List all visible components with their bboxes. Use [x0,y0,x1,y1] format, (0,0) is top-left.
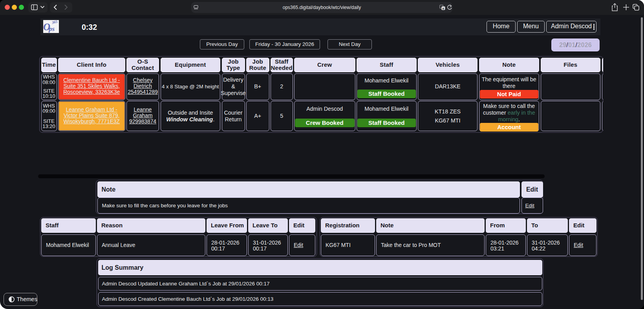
svg-text:ps: ps [48,25,55,33]
svg-text:a: a [443,7,444,10]
